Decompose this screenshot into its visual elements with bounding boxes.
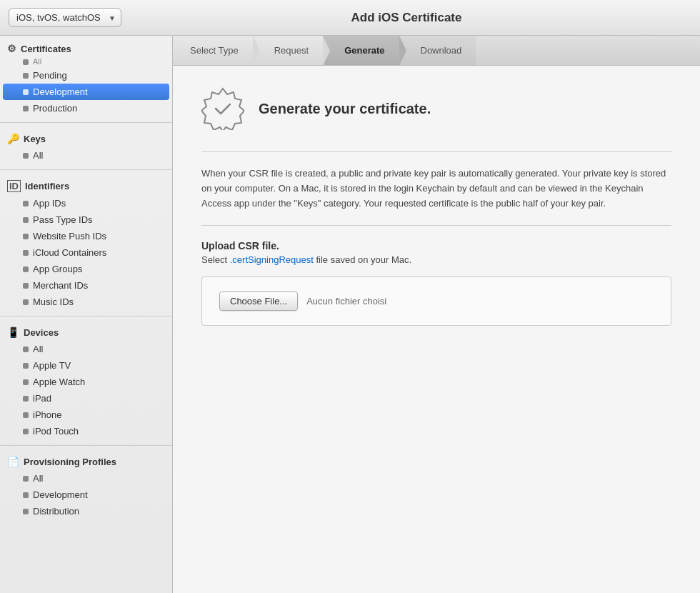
sidebar-item-merchant-ids[interactable]: Merchant IDs [0, 277, 172, 294]
step-generate[interactable]: Generate [323, 36, 399, 65]
sidebar: ⚙ Certificates All Pending Development P… [0, 36, 173, 593]
sidebar-item-label: All [33, 473, 43, 484]
dot-icon [23, 509, 29, 514]
doc-icon: 📄 [7, 456, 19, 467]
dot-icon [23, 234, 29, 239]
sidebar-item-label: Merchant IDs [33, 280, 88, 291]
divider [0, 316, 172, 317]
csr-extension-text: .certSigningRequest [230, 254, 314, 265]
sidebar-item-label: All [33, 344, 43, 354]
sidebar-item-keys-all[interactable]: All [0, 147, 172, 164]
gear-icon: ⚙ [7, 43, 16, 54]
dot-icon [23, 89, 29, 95]
sidebar-item-label: iPad [33, 393, 51, 404]
sidebar-item-website-push-ids[interactable]: Website Push IDs [0, 228, 172, 244]
dot-icon [23, 217, 29, 223]
dot-icon [23, 250, 29, 256]
divider [0, 445, 172, 446]
step-label: Request [274, 45, 309, 56]
sidebar-item-app-ids[interactable]: App IDs [0, 195, 172, 211]
upload-subtitle-suffix: file saved on your Mac. [314, 254, 411, 265]
main-layout: ⚙ Certificates All Pending Development P… [0, 36, 700, 593]
sidebar-section-header-identifiers: ID Identifiers [0, 176, 172, 195]
sidebar-item-ipod-touch[interactable]: iPod Touch [0, 423, 172, 439]
main-content: Generate your certificate. When your CSR… [173, 66, 700, 593]
dot-icon [23, 347, 29, 352]
platform-select[interactable]: iOS, tvOS, watchOS macOS tvOS [9, 8, 121, 27]
sidebar-item-label: Website Push IDs [33, 231, 106, 241]
step-arrow [253, 36, 260, 66]
sidebar-item-pass-type-ids[interactable]: Pass Type IDs [0, 211, 172, 228]
step-arrow [323, 36, 330, 66]
sidebar-item-music-ids[interactable]: Music IDs [0, 294, 172, 310]
sidebar-item-label: App IDs [33, 198, 66, 209]
step-label: Select Type [190, 45, 239, 56]
sidebar-section-identifiers: ID Identifiers App IDs Pass Type IDs Web… [0, 173, 172, 313]
sidebar-item-iphone[interactable]: iPhone [0, 407, 172, 423]
device-icon: 📱 [7, 327, 19, 338]
sidebar-item-production[interactable]: Production [0, 100, 172, 116]
sidebar-section-header-devices: 📱 Devices [0, 322, 172, 341]
description-text: When your CSR file is created, a public … [201, 166, 671, 211]
sidebar-item-pending[interactable]: Pending [0, 67, 172, 84]
identifiers-icon: ID [7, 180, 21, 192]
top-bar: iOS, tvOS, watchOS macOS tvOS ▼ Add iOS … [0, 0, 700, 36]
dot-icon [23, 201, 29, 206]
sidebar-item-app-groups[interactable]: App Groups [0, 261, 172, 277]
dot-icon [23, 363, 29, 369]
sidebar-section-header-provisioning: 📄 Provisioning Profiles [0, 452, 172, 470]
sidebar-item-label: Distribution [33, 506, 79, 517]
certificate-title: Generate your certificate. [259, 101, 431, 117]
divider [0, 122, 172, 123]
dot-icon [23, 266, 29, 272]
divider [201, 151, 671, 152]
certificate-header: Generate your certificate. [201, 87, 671, 130]
sidebar-item-label: Pass Type IDs [33, 214, 93, 225]
sidebar-item-apple-watch[interactable]: Apple Watch [0, 374, 172, 390]
dot-icon [23, 73, 29, 79]
sidebar-item-label: Pending [33, 70, 67, 81]
step-label: Generate [344, 45, 384, 56]
sidebar-section-devices: 📱 Devices All Apple TV Apple Watch iPad [0, 319, 172, 442]
sidebar-item-devices-all[interactable]: All [0, 341, 172, 357]
sidebar-item-label: iPhone [33, 409, 61, 420]
sidebar-item-label: Music IDs [33, 296, 74, 307]
sidebar-section-label-certificates: Certificates [21, 44, 71, 54]
sidebar-section-provisioning: 📄 Provisioning Profiles All Development … [0, 449, 172, 522]
sidebar-item-label: iCloud Containers [33, 247, 106, 258]
dot-icon [23, 429, 29, 434]
sidebar-item-development[interactable]: Development [3, 84, 169, 100]
no-file-text: Aucun fichier choisi [306, 296, 386, 307]
upload-title: Upload CSR file. [201, 240, 671, 251]
sidebar-section-keys: 🔑 Keys All [0, 126, 172, 166]
platform-select-wrapper[interactable]: iOS, tvOS, watchOS macOS tvOS ▼ [9, 8, 121, 27]
sidebar-item-ipad[interactable]: iPad [0, 390, 172, 407]
sidebar-item-apple-tv[interactable]: Apple TV [0, 357, 172, 374]
upload-subtitle: Select .certSigningRequest file saved on… [201, 254, 671, 265]
sidebar-item-provisioning-development[interactable]: Development [0, 487, 172, 503]
certificate-badge-icon [201, 87, 244, 130]
sidebar-section-header-keys: 🔑 Keys [0, 129, 172, 147]
divider [0, 169, 172, 170]
sidebar-section-certificates: ⚙ Certificates All Pending Development P… [0, 36, 172, 119]
choose-file-button[interactable]: Choose File... [219, 291, 298, 311]
step-arrow [399, 36, 406, 66]
all-certificates-item[interactable]: All [0, 57, 172, 67]
sidebar-section-label-provisioning: Provisioning Profiles [24, 457, 116, 467]
key-icon: 🔑 [7, 133, 19, 144]
sidebar-item-label: Apple TV [33, 360, 71, 371]
dot-icon [23, 396, 29, 402]
step-request[interactable]: Request [253, 36, 323, 65]
dot-icon [23, 476, 29, 482]
sidebar-section-label-identifiers: Identifiers [25, 181, 69, 191]
sidebar-item-icloud-containers[interactable]: iCloud Containers [0, 244, 172, 261]
step-download[interactable]: Download [399, 36, 476, 65]
sidebar-item-provisioning-distribution[interactable]: Distribution [0, 503, 172, 519]
step-select-type[interactable]: Select Type [173, 36, 253, 65]
dot-icon [23, 153, 29, 159]
sidebar-item-label: Apple Watch [33, 377, 85, 387]
dot-icon [23, 299, 29, 305]
sidebar-item-label: Development [33, 86, 88, 97]
sidebar-item-provisioning-all[interactable]: All [0, 470, 172, 487]
dot-icon [23, 379, 29, 385]
